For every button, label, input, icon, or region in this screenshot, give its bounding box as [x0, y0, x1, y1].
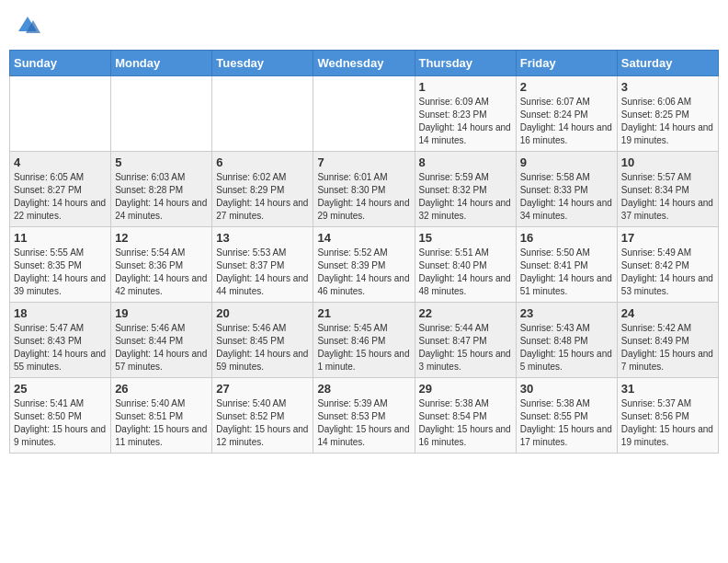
- day-info: Sunrise: 5:51 AM Sunset: 8:40 PM Dayligh…: [419, 247, 512, 298]
- day-info: Sunrise: 5:59 AM Sunset: 8:32 PM Dayligh…: [419, 171, 512, 223]
- day-info: Sunrise: 5:52 AM Sunset: 8:39 PM Dayligh…: [317, 247, 410, 298]
- day-number: 28: [317, 382, 410, 396]
- day-info: Sunrise: 6:07 AM Sunset: 8:24 PM Dayligh…: [520, 96, 613, 147]
- calendar-cell: 9Sunrise: 5:58 AM Sunset: 8:33 PM Daylig…: [516, 152, 617, 227]
- day-number: 19: [115, 306, 208, 320]
- day-number: 16: [520, 231, 613, 245]
- day-number: 2: [520, 80, 613, 94]
- day-info: Sunrise: 6:06 AM Sunset: 8:25 PM Dayligh…: [621, 96, 714, 147]
- day-info: Sunrise: 5:55 AM Sunset: 8:35 PM Dayligh…: [14, 247, 107, 298]
- weekday-header-saturday: Saturday: [617, 51, 718, 76]
- day-info: Sunrise: 5:40 AM Sunset: 8:52 PM Dayligh…: [216, 397, 309, 449]
- calendar-cell: 31Sunrise: 5:37 AM Sunset: 8:56 PM Dayli…: [617, 378, 718, 454]
- calendar-cell: 15Sunrise: 5:51 AM Sunset: 8:40 PM Dayli…: [415, 227, 516, 303]
- calendar-cell: 23Sunrise: 5:43 AM Sunset: 8:48 PM Dayli…: [516, 303, 617, 378]
- day-info: Sunrise: 6:09 AM Sunset: 8:23 PM Dayligh…: [419, 96, 512, 147]
- calendar-cell: 10Sunrise: 5:57 AM Sunset: 8:34 PM Dayli…: [617, 152, 718, 227]
- calendar-cell: [111, 76, 212, 152]
- calendar-cell: 25Sunrise: 5:41 AM Sunset: 8:50 PM Dayli…: [10, 378, 111, 454]
- day-info: Sunrise: 5:46 AM Sunset: 8:45 PM Dayligh…: [216, 322, 309, 373]
- week-row-2: 4Sunrise: 6:05 AM Sunset: 8:27 PM Daylig…: [10, 152, 719, 227]
- day-number: 8: [419, 155, 512, 169]
- calendar-cell: [313, 76, 415, 152]
- day-info: Sunrise: 5:41 AM Sunset: 8:50 PM Dayligh…: [14, 397, 107, 449]
- day-number: 24: [621, 306, 714, 320]
- day-info: Sunrise: 5:50 AM Sunset: 8:41 PM Dayligh…: [520, 247, 613, 298]
- week-row-3: 11Sunrise: 5:55 AM Sunset: 8:35 PM Dayli…: [10, 227, 719, 303]
- calendar-cell: 2Sunrise: 6:07 AM Sunset: 8:24 PM Daylig…: [516, 76, 617, 152]
- day-number: 23: [520, 306, 613, 320]
- day-number: 26: [115, 382, 208, 396]
- day-number: 12: [115, 231, 208, 245]
- day-number: 27: [216, 382, 309, 396]
- day-info: Sunrise: 5:37 AM Sunset: 8:56 PM Dayligh…: [621, 397, 714, 449]
- day-number: 9: [520, 155, 613, 169]
- weekday-header-friday: Friday: [516, 51, 617, 76]
- day-number: 14: [317, 231, 410, 245]
- day-number: 10: [621, 155, 714, 169]
- day-info: Sunrise: 5:38 AM Sunset: 8:55 PM Dayligh…: [520, 397, 613, 449]
- day-info: Sunrise: 5:44 AM Sunset: 8:47 PM Dayligh…: [419, 322, 512, 373]
- calendar-cell: 19Sunrise: 5:46 AM Sunset: 8:44 PM Dayli…: [111, 303, 212, 378]
- calendar-cell: 8Sunrise: 5:59 AM Sunset: 8:32 PM Daylig…: [415, 152, 516, 227]
- day-info: Sunrise: 5:46 AM Sunset: 8:44 PM Dayligh…: [115, 322, 208, 373]
- day-info: Sunrise: 5:40 AM Sunset: 8:51 PM Dayligh…: [115, 397, 208, 449]
- calendar-cell: 5Sunrise: 6:03 AM Sunset: 8:28 PM Daylig…: [111, 152, 212, 227]
- day-info: Sunrise: 5:47 AM Sunset: 8:43 PM Dayligh…: [14, 322, 107, 373]
- calendar-body: 1Sunrise: 6:09 AM Sunset: 8:23 PM Daylig…: [10, 76, 719, 454]
- day-info: Sunrise: 5:42 AM Sunset: 8:49 PM Dayligh…: [621, 322, 714, 373]
- calendar-cell: 12Sunrise: 5:54 AM Sunset: 8:36 PM Dayli…: [111, 227, 212, 303]
- calendar-cell: [10, 76, 111, 152]
- day-info: Sunrise: 5:45 AM Sunset: 8:46 PM Dayligh…: [317, 322, 410, 373]
- day-number: 25: [14, 382, 107, 396]
- page: SundayMondayTuesdayWednesdayThursdayFrid…: [0, 0, 728, 563]
- day-info: Sunrise: 6:01 AM Sunset: 8:30 PM Dayligh…: [317, 171, 410, 223]
- logo-icon: [15, 13, 40, 39]
- calendar-cell: 21Sunrise: 5:45 AM Sunset: 8:46 PM Dayli…: [313, 303, 415, 378]
- day-number: 13: [216, 231, 309, 245]
- calendar-cell: 24Sunrise: 5:42 AM Sunset: 8:49 PM Dayli…: [617, 303, 718, 378]
- day-number: 30: [520, 382, 613, 396]
- weekday-header-sunday: Sunday: [10, 51, 111, 76]
- day-number: 6: [216, 155, 309, 169]
- day-info: Sunrise: 5:39 AM Sunset: 8:53 PM Dayligh…: [317, 397, 410, 449]
- calendar-cell: 1Sunrise: 6:09 AM Sunset: 8:23 PM Daylig…: [415, 76, 516, 152]
- day-info: Sunrise: 5:58 AM Sunset: 8:33 PM Dayligh…: [520, 171, 613, 223]
- day-number: 29: [419, 382, 512, 396]
- weekday-header-tuesday: Tuesday: [212, 51, 313, 76]
- calendar-cell: 30Sunrise: 5:38 AM Sunset: 8:55 PM Dayli…: [516, 378, 617, 454]
- day-number: 21: [317, 306, 410, 320]
- day-info: Sunrise: 5:54 AM Sunset: 8:36 PM Dayligh…: [115, 247, 208, 298]
- day-number: 22: [419, 306, 512, 320]
- day-number: 11: [14, 231, 107, 245]
- day-number: 15: [419, 231, 512, 245]
- day-number: 31: [621, 382, 714, 396]
- day-number: 20: [216, 306, 309, 320]
- day-number: 17: [621, 231, 714, 245]
- week-row-4: 18Sunrise: 5:47 AM Sunset: 8:43 PM Dayli…: [10, 303, 719, 378]
- weekday-header-monday: Monday: [111, 51, 212, 76]
- calendar-cell: 14Sunrise: 5:52 AM Sunset: 8:39 PM Dayli…: [313, 227, 415, 303]
- day-number: 7: [317, 155, 410, 169]
- calendar-cell: 20Sunrise: 5:46 AM Sunset: 8:45 PM Dayli…: [212, 303, 313, 378]
- day-info: Sunrise: 5:53 AM Sunset: 8:37 PM Dayligh…: [216, 247, 309, 298]
- calendar-cell: 11Sunrise: 5:55 AM Sunset: 8:35 PM Dayli…: [10, 227, 111, 303]
- header: [9, 9, 719, 42]
- week-row-1: 1Sunrise: 6:09 AM Sunset: 8:23 PM Daylig…: [10, 76, 719, 152]
- calendar-cell: 27Sunrise: 5:40 AM Sunset: 8:52 PM Dayli…: [212, 378, 313, 454]
- calendar-cell: 18Sunrise: 5:47 AM Sunset: 8:43 PM Dayli…: [10, 303, 111, 378]
- calendar-cell: 26Sunrise: 5:40 AM Sunset: 8:51 PM Dayli…: [111, 378, 212, 454]
- day-info: Sunrise: 6:05 AM Sunset: 8:27 PM Dayligh…: [14, 171, 107, 223]
- day-info: Sunrise: 5:38 AM Sunset: 8:54 PM Dayligh…: [419, 397, 512, 449]
- day-number: 18: [14, 306, 107, 320]
- day-info: Sunrise: 6:02 AM Sunset: 8:29 PM Dayligh…: [216, 171, 309, 223]
- calendar-cell: 3Sunrise: 6:06 AM Sunset: 8:25 PM Daylig…: [617, 76, 718, 152]
- calendar: SundayMondayTuesdayWednesdayThursdayFrid…: [9, 50, 719, 454]
- day-number: 5: [115, 155, 208, 169]
- calendar-cell: 6Sunrise: 6:02 AM Sunset: 8:29 PM Daylig…: [212, 152, 313, 227]
- day-info: Sunrise: 5:57 AM Sunset: 8:34 PM Dayligh…: [621, 171, 714, 223]
- calendar-cell: 29Sunrise: 5:38 AM Sunset: 8:54 PM Dayli…: [415, 378, 516, 454]
- day-number: 1: [419, 80, 512, 94]
- calendar-cell: 4Sunrise: 6:05 AM Sunset: 8:27 PM Daylig…: [10, 152, 111, 227]
- day-info: Sunrise: 6:03 AM Sunset: 8:28 PM Dayligh…: [115, 171, 208, 223]
